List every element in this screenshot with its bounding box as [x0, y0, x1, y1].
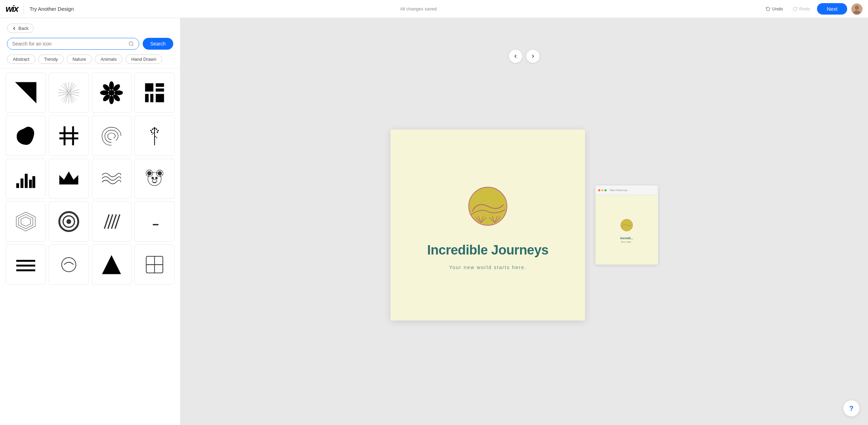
topbar-status: All changes saved	[78, 6, 759, 11]
svg-rect-60	[32, 176, 35, 188]
svg-line-21	[69, 94, 72, 103]
svg-point-6	[68, 92, 69, 93]
svg-rect-38	[156, 89, 164, 92]
svg-rect-44	[59, 132, 78, 134]
svg-point-52	[157, 130, 159, 131]
avatar[interactable]	[851, 3, 862, 15]
side-preview-logo-icon	[618, 217, 635, 234]
svg-rect-42	[64, 126, 65, 145]
side-preview-title: Incredi...	[620, 236, 633, 240]
icon-cell-20[interactable]	[134, 244, 175, 285]
icon-cell-12[interactable]	[134, 159, 175, 199]
tag-hand-drawn[interactable]: Hand Drawn	[125, 55, 162, 64]
svg-rect-59	[29, 180, 32, 188]
svg-point-75	[66, 219, 71, 224]
svg-marker-72	[21, 217, 30, 226]
side-preview-sub: Your new...	[621, 241, 633, 243]
icon-cell-15[interactable]	[92, 201, 132, 242]
icon-cell-6[interactable]	[49, 116, 89, 156]
tag-trendy[interactable]: Trendy	[38, 55, 64, 64]
icon-cell-8[interactable]	[134, 116, 175, 156]
icon-cell-19[interactable]	[92, 244, 132, 285]
wix-logo: wix	[6, 3, 18, 14]
svg-rect-56	[16, 183, 19, 188]
icon-cell-7[interactable]	[92, 116, 132, 156]
back-chevron-icon	[12, 26, 16, 31]
topbar-divider	[24, 4, 24, 14]
next-button[interactable]: Next	[817, 3, 847, 15]
next-arrow-icon	[531, 54, 535, 58]
tag-row: Abstract Trendy Nature Animals Hand Draw…	[7, 55, 173, 64]
icon-bear	[143, 167, 166, 190]
svg-point-48	[151, 131, 152, 133]
search-button[interactable]: Search	[143, 38, 173, 50]
tag-nature[interactable]: Nature	[67, 55, 92, 64]
svg-line-26	[58, 93, 68, 96]
search-input[interactable]	[12, 41, 126, 47]
logo-sub-text: Your new world starts here.	[449, 265, 526, 270]
undo-icon	[766, 7, 770, 11]
icon-cell-2[interactable]: /* concentric lines */	[49, 73, 89, 113]
svg-line-55	[155, 136, 157, 138]
undo-button[interactable]: Undo	[763, 5, 786, 13]
icon-cell-13[interactable]	[6, 201, 46, 242]
icon-abstract-4	[143, 253, 166, 276]
svg-rect-78	[16, 265, 35, 266]
svg-marker-61	[59, 172, 78, 185]
redo-button[interactable]: Redo	[790, 5, 813, 13]
icon-fingerprint	[100, 124, 123, 148]
avatar-image	[851, 3, 862, 15]
browser-dots	[598, 189, 607, 191]
svg-line-22	[65, 94, 68, 103]
topbar-right: Undo Redo Next	[763, 3, 862, 15]
svg-point-32	[109, 95, 114, 104]
icon-hashtag	[57, 124, 81, 148]
svg-point-30	[115, 90, 123, 95]
search-icon	[128, 41, 134, 47]
icon-plant	[143, 124, 166, 148]
topbar: wix Try Another Design All changes saved…	[0, 0, 868, 18]
svg-point-49	[150, 130, 152, 131]
topbar-design-label: Try Another Design	[30, 6, 74, 12]
svg-point-80	[61, 257, 76, 272]
svg-point-69	[152, 180, 157, 182]
prev-arrow-icon	[514, 54, 518, 58]
icon-cell-11[interactable]	[92, 159, 132, 199]
svg-point-65	[148, 172, 151, 175]
svg-line-24	[69, 93, 79, 96]
icon-cell-14[interactable]	[49, 201, 89, 242]
tag-abstract[interactable]: Abstract	[7, 55, 35, 64]
prev-arrow-button[interactable]	[509, 49, 523, 63]
svg-line-17	[69, 94, 76, 100]
icon-cell-4[interactable]	[134, 73, 175, 113]
icon-grid-wrap[interactable]: /* concentric lines */	[0, 68, 180, 425]
svg-line-25	[58, 89, 68, 92]
side-preview-content: Incredi... Your new...	[595, 195, 658, 265]
svg-rect-43	[72, 126, 74, 145]
help-button[interactable]: ?	[843, 400, 860, 417]
icon-cell-16[interactable]	[134, 201, 175, 242]
next-arrow-button[interactable]	[526, 49, 540, 63]
tag-animals[interactable]: Animals	[95, 55, 123, 64]
svg-rect-41	[156, 94, 164, 102]
icon-cell-9[interactable]	[6, 159, 46, 199]
svg-rect-45	[59, 137, 78, 139]
svg-point-34	[100, 90, 109, 95]
icon-cell-17[interactable]	[6, 244, 46, 285]
svg-marker-71	[18, 215, 33, 229]
icon-cell-3[interactable]	[92, 73, 132, 113]
icon-cell-1[interactable]	[6, 73, 46, 113]
search-input-wrap	[7, 38, 139, 50]
icon-cell-18[interactable]	[49, 244, 89, 285]
icon-horizontal-lines	[14, 253, 37, 276]
svg-marker-70	[16, 212, 35, 231]
icon-cell-10[interactable]	[49, 159, 89, 199]
back-button[interactable]: Back	[7, 24, 34, 33]
icon-flower	[100, 81, 123, 105]
svg-rect-36	[145, 83, 153, 92]
search-row: Search	[7, 38, 173, 50]
icon-cell-5[interactable]	[6, 116, 46, 156]
icon-abstract-3	[100, 253, 123, 276]
svg-rect-58	[25, 174, 27, 188]
svg-line-10	[70, 94, 74, 102]
